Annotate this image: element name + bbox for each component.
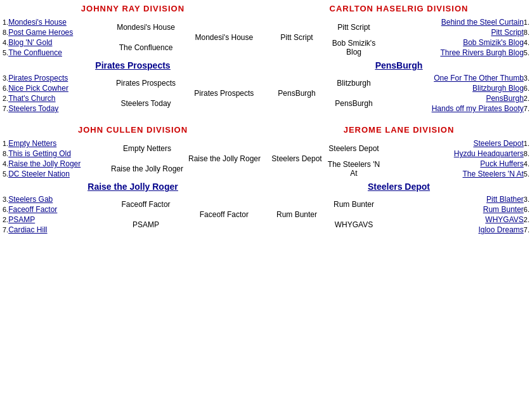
hands-off-link[interactable]: Hands off my Pirates Booty — [432, 104, 524, 113]
r2-b-jc: Raise the Jolly Roger — [111, 164, 183, 173]
page: JOHNNY RAY DIVISION 1. Mondesi's House M… — [0, 0, 532, 250]
mondesis-house-link-1[interactable]: Mondesi's House — [8, 18, 67, 27]
final-top-left: Mondesi's House — [195, 33, 254, 42]
jerome-lane-title: JEROME LANE DIVISION — [268, 125, 529, 135]
seed-1-row: 1. Mondesi's House — [3, 18, 107, 27]
one-for-the-other-thumb-link[interactable]: One For The Other Thumb — [434, 74, 524, 83]
left-pane: JOHNNY RAY DIVISION 1. Mondesi's House M… — [0, 0, 266, 250]
confluence-link[interactable]: The Confluence — [8, 48, 62, 57]
r2-d-jc: PSAMP — [133, 220, 159, 229]
john-cullen-champion-link[interactable]: Raise the Jolly Roger — [88, 182, 178, 192]
final-bot-left: Pirates Prospects — [194, 89, 254, 98]
johnny-ray-champion: Pirates Prospects — [95, 60, 170, 70]
carlton-haselrig-title: CARLTON HASELRIG DIVISION — [268, 4, 529, 13]
nice-pick-cowher-link[interactable]: Nice Pick Cowher — [8, 84, 68, 93]
final-bot-ch: PensBurgh — [278, 89, 315, 98]
igloo-dreams-link[interactable]: Igloo Dreams — [478, 225, 523, 234]
john-cullen-champion: Raise the Jolly Roger — [88, 182, 178, 192]
right-pane: CARLTON HASELRIG DIVISION Pitt Script Pi… — [266, 0, 532, 250]
r2-c-left: Pirates Prospects — [116, 79, 176, 88]
faceoff-factor-link[interactable]: Faceoff Factor — [8, 205, 57, 214]
pirates-prospects-link-1[interactable]: Pirates Prospects — [8, 74, 68, 83]
the-steelers-n-at-link[interactable]: The Steelers 'N At — [462, 169, 523, 178]
whygavs-link[interactable]: WHYGAVS — [485, 215, 523, 224]
john-cullen-title: JOHN CULLEN DIVISION — [3, 125, 263, 135]
raise-jolly-roger-link-1[interactable]: Raise the Jolly Roger — [8, 159, 81, 168]
r2-top-left: Mondesi's House — [117, 23, 175, 32]
puck-huffers-link[interactable]: Puck Huffers — [480, 159, 523, 168]
carlton-haselrig-champion-link[interactable]: PensBurgh — [375, 60, 423, 70]
pitt-script-link-1[interactable]: Pitt Script — [491, 28, 523, 37]
three-rivers-burgh-link[interactable]: Three Rivers Burgh Blog — [440, 48, 523, 57]
final-top-jc: Raise the Jolly Roger — [188, 154, 261, 163]
r2-b-left: The Confluence — [119, 43, 173, 52]
r2-b-jl: The Steelers 'N At — [328, 160, 380, 178]
final-top-jl: Steelers Depot — [271, 154, 321, 163]
johnny-ray-title: JOHNNY RAY DIVISION — [3, 4, 263, 13]
r2-c-jl: Rum Bunter — [334, 200, 374, 209]
cardiac-hill-link[interactable]: Cardiac Hill — [8, 225, 47, 234]
hyzdu-headquarters-link[interactable]: Hyzdu Headquarters — [454, 149, 524, 158]
post-game-heroes-link[interactable]: Post Game Heroes — [8, 28, 73, 37]
r2-d-left: Steelers Today — [120, 99, 171, 108]
jerome-lane-champion-link[interactable]: Steelers Depot — [368, 182, 430, 192]
rum-bunter-link-1[interactable]: Rum Bunter — [483, 205, 524, 214]
r2-top-ch: Pitt Script — [337, 23, 370, 32]
pitt-blather-link[interactable]: Pitt Blather — [486, 195, 524, 204]
carlton-haselrig-division: CARLTON HASELRIG DIVISION Pitt Script Pi… — [268, 4, 529, 114]
pensburqh-link-1[interactable]: PensBurgh — [486, 94, 523, 103]
blitzburgh-blog-link[interactable]: Blitzburgh Blog — [472, 84, 524, 93]
r2-d-jl: WHYGAVS — [335, 220, 373, 229]
thats-church-link[interactable]: That's Church — [8, 94, 55, 103]
steelers-today-link[interactable]: Steelers Today — [8, 104, 58, 113]
final-bot-jc: Faceoff Factor — [200, 210, 249, 219]
behind-steel-curtain-link[interactable]: Behind the Steel Curtain — [441, 18, 524, 27]
r2-c-ch: Blitzburgh — [337, 79, 370, 88]
carlton-haselrig-champion: PensBurgh — [375, 60, 423, 70]
dc-steeler-nation-link[interactable]: DC Steeler Nation — [8, 169, 70, 178]
seed-1: 1. — [3, 18, 8, 26]
r2-top-jc: Empty Netters — [123, 144, 171, 153]
r2-c-jc: Faceoff Factor — [121, 200, 170, 209]
r2-top-jl: Steelers Depot — [328, 144, 379, 153]
steelers-gab-link[interactable]: Steelers Gab — [8, 195, 53, 204]
johnny-ray-division: JOHNNY RAY DIVISION 1. Mondesi's House M… — [3, 4, 263, 114]
r2-b-ch: Bob Smizik's Blog — [332, 39, 375, 56]
jerome-lane-division: JEROME LANE DIVISION Steelers Depot Stee… — [268, 125, 529, 235]
bob-smizik-link[interactable]: Bob Smizik's Blog — [463, 38, 524, 47]
steelers-depot-link-1[interactable]: Steelers Depot — [473, 139, 523, 148]
empty-netters-link[interactable]: Empty Netters — [8, 139, 56, 148]
psamp-link[interactable]: PSAMP — [8, 215, 35, 224]
blog-n-gold-link[interactable]: Blog 'N' Gold — [8, 38, 52, 47]
johnny-ray-champion-link[interactable]: Pirates Prospects — [95, 60, 170, 70]
seed-4-row: 4. Blog 'N' Gold — [3, 38, 107, 47]
seed-5-row: 5. The Confluence — [3, 48, 107, 57]
r2-d-ch: PensBurgh — [335, 99, 372, 108]
john-cullen-division: JOHN CULLEN DIVISION 1. Empty Netters Em… — [3, 125, 263, 235]
seed-8-row: 8. Post Game Heroes — [3, 28, 107, 37]
final-top-ch: Pitt Script — [280, 33, 313, 42]
final-bot-jl: Rum Bunter — [276, 210, 317, 219]
jerome-lane-champion: Steelers Depot — [368, 182, 430, 192]
this-is-getting-old-link[interactable]: This is Getting Old — [8, 149, 71, 158]
